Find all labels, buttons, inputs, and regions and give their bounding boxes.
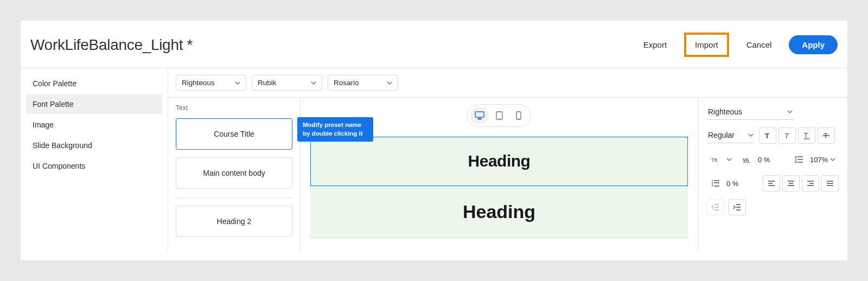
lineheight-icon-button[interactable] xyxy=(790,151,808,168)
apply-button[interactable]: Apply xyxy=(789,35,838,54)
indent-button[interactable] xyxy=(729,199,746,215)
svg-rect-1 xyxy=(478,118,481,119)
chevron-down-icon xyxy=(787,109,793,114)
font3-dropdown[interactable]: Rosario xyxy=(328,75,398,91)
device-pill xyxy=(467,104,531,127)
sidebar-item-color-palette[interactable]: Color Palette xyxy=(26,74,162,93)
svg-point-3 xyxy=(499,118,500,119)
text-case-button[interactable]: Ttt xyxy=(707,151,724,168)
preset-column: Text Course Title Main content body Head… xyxy=(168,98,301,251)
svg-rect-0 xyxy=(475,112,484,117)
align-left-icon xyxy=(767,179,776,188)
device-mobile-button[interactable] xyxy=(509,107,528,124)
desktop-icon xyxy=(475,111,484,120)
align-strip xyxy=(763,175,839,191)
tooltip-rename-preset: Modify preset name by double clicking it xyxy=(297,117,373,142)
svg-text:T: T xyxy=(765,132,769,140)
divider xyxy=(176,197,292,198)
sidebar-item-font-palette[interactable]: Font Palette xyxy=(26,94,162,114)
font3-value: Rosario xyxy=(334,79,359,87)
underline-button[interactable]: T xyxy=(798,127,815,144)
align-right-button[interactable] xyxy=(802,175,819,191)
strikethrough-icon: T xyxy=(822,131,831,140)
header: WorkLifeBalance_Light * Export Import Ca… xyxy=(21,21,847,68)
align-center-button[interactable] xyxy=(782,175,800,191)
preset-main-content-body[interactable]: Main content body xyxy=(176,157,292,189)
inspector-weight-dropdown[interactable]: Regular xyxy=(707,129,755,143)
chevron-down-icon xyxy=(387,80,392,86)
align-left-button[interactable] xyxy=(763,175,780,191)
preview-block-1[interactable]: Heading xyxy=(310,137,688,186)
preview-stack: Heading Heading xyxy=(310,137,688,238)
inspector-panel: Righteous Regular T T T T xyxy=(698,98,847,251)
preset-course-title[interactable]: Course Title xyxy=(176,118,292,150)
preview-heading-2: Heading xyxy=(316,201,682,222)
inspector-font-value: Righteous xyxy=(708,107,742,116)
tracking-input[interactable] xyxy=(758,156,782,164)
body: Color Palette Font Palette Image Slide B… xyxy=(21,68,847,251)
inspector-font-dropdown[interactable]: Righteous xyxy=(707,105,794,120)
svg-text:T: T xyxy=(804,132,808,139)
chevron-down-icon xyxy=(726,157,732,162)
align-right-icon xyxy=(806,179,815,188)
import-button[interactable]: Import xyxy=(684,33,729,57)
indent-icon xyxy=(733,203,742,212)
tracking-icon-button[interactable]: VA xyxy=(738,151,756,168)
preset-heading-2[interactable]: Heading 2 xyxy=(176,206,292,237)
align-justify-button[interactable] xyxy=(821,175,839,191)
sidebar-item-ui-components[interactable]: UI Components xyxy=(26,156,162,176)
cancel-button[interactable]: Cancel xyxy=(740,35,778,54)
device-tablet-button[interactable] xyxy=(490,107,508,124)
underline-icon: T xyxy=(802,131,811,140)
sidebar-item-image[interactable]: Image xyxy=(26,115,162,135)
strikethrough-button[interactable]: T xyxy=(818,127,835,144)
svg-text:T: T xyxy=(784,132,789,140)
font2-value: Rubik xyxy=(258,79,277,87)
header-actions: Export Import Cancel Apply xyxy=(637,33,838,57)
preview-heading-1: Heading xyxy=(316,152,682,170)
svg-point-5 xyxy=(518,118,519,118)
section-label-text: Text xyxy=(176,104,292,112)
font1-dropdown[interactable]: Righteous xyxy=(176,75,246,91)
inspector-weight-value: Regular xyxy=(708,131,735,139)
device-desktop-button[interactable] xyxy=(470,107,489,124)
outdent-button[interactable] xyxy=(707,199,724,215)
line-height-icon xyxy=(795,155,803,164)
chevron-down-icon xyxy=(235,80,240,86)
sidebar-item-slide-background[interactable]: Slide Background xyxy=(26,136,162,155)
chevron-down-icon xyxy=(311,80,316,86)
svg-text:VA: VA xyxy=(743,157,749,163)
font2-dropdown[interactable]: Rubik xyxy=(252,75,322,91)
align-center-icon xyxy=(787,179,795,188)
tracking-icon: VA xyxy=(743,155,751,164)
outdent-icon xyxy=(711,203,720,212)
preview-block-2[interactable]: Heading xyxy=(310,186,688,238)
paragraph-spacing-icon xyxy=(711,179,720,188)
content-row: Text Course Title Main content body Head… xyxy=(168,98,847,251)
font1-value: Righteous xyxy=(182,79,215,87)
font-bar: Righteous Rubik Rosario xyxy=(168,68,847,98)
chevron-down-icon xyxy=(830,157,835,162)
middle-pane: Righteous Rubik Rosario Text Course Titl… xyxy=(168,68,847,251)
bold-button[interactable]: T xyxy=(759,127,776,144)
mobile-icon xyxy=(516,111,521,120)
page-title: WorkLifeBalance_Light * xyxy=(30,36,193,54)
svg-text:Ttt: Ttt xyxy=(711,157,718,163)
chevron-down-icon xyxy=(748,132,754,138)
text-style-strip: T T T T xyxy=(759,127,835,144)
text-case-icon: Ttt xyxy=(711,155,720,164)
sidebar: Color Palette Font Palette Image Slide B… xyxy=(21,68,168,251)
tablet-icon xyxy=(496,111,503,120)
bold-icon: T xyxy=(763,131,772,140)
align-justify-icon xyxy=(826,179,834,188)
app-window: WorkLifeBalance_Light * Export Import Ca… xyxy=(21,21,847,260)
italic-icon: T xyxy=(783,131,792,140)
paragraph-spacing-input[interactable] xyxy=(726,180,750,188)
export-button[interactable]: Export xyxy=(637,35,673,54)
italic-button[interactable]: T xyxy=(778,127,796,144)
lineheight-value: 107% xyxy=(810,156,828,164)
paragraph-spacing-icon-button[interactable] xyxy=(707,175,724,191)
